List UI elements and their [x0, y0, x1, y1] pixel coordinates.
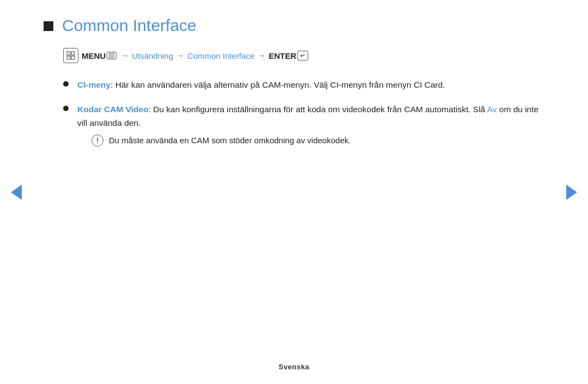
bullet-item-2: Kodar CAM Video: Du kan konfigurera inst… — [63, 103, 544, 148]
svg-rect-7 — [112, 56, 114, 58]
arrow-1: → — [121, 51, 128, 60]
footer-language: Svenska — [279, 363, 309, 371]
common-interface-link: Common Interface — [187, 51, 254, 60]
note-icon — [91, 135, 103, 147]
nav-right-button[interactable] — [566, 185, 577, 200]
bullet-text-2: Kodar CAM Video: Du kan konfigurera inst… — [77, 103, 544, 148]
svg-point-8 — [97, 142, 98, 143]
bullet-2-text: : Du kan konfigurera inställningarna för… — [149, 105, 487, 114]
enter-icon: ↵ — [297, 51, 308, 60]
svg-rect-6 — [109, 56, 112, 58]
svg-rect-4 — [109, 53, 112, 56]
note-text: Du måste använda en CAM som stöder omkod… — [109, 134, 351, 147]
enter-label: ENTER — [268, 51, 296, 60]
svg-rect-1 — [71, 52, 75, 55]
content-section: CI-meny: Här kan användaren välja altern… — [63, 78, 544, 147]
menu-grid-icon — [107, 52, 117, 59]
menu-path: MENU → Utsändning → Common Interface → E… — [63, 48, 544, 63]
svg-rect-2 — [67, 56, 70, 59]
bullet-item-1: CI-meny: Här kan användaren välja altern… — [63, 78, 544, 92]
nav-left-button[interactable] — [11, 185, 22, 200]
menu-icon — [63, 48, 78, 63]
page-container: Common Interface MENU → Utsändning → Com… — [0, 0, 588, 384]
page-title: Common Interface — [62, 16, 197, 35]
black-square-icon — [44, 21, 53, 31]
term-ci-meny: CI-meny — [77, 80, 111, 89]
svg-rect-3 — [71, 56, 75, 59]
term-kodar-cam: Kodar CAM Video — [77, 105, 149, 114]
bullet-dot-1 — [63, 81, 69, 87]
bullet-dot-2 — [63, 106, 69, 111]
bullet-1-text: : Här kan användaren välja alternativ på… — [111, 80, 445, 89]
arrow-3: → — [258, 51, 265, 60]
svg-rect-5 — [112, 53, 114, 56]
note-item: Du måste använda en CAM som stöder omkod… — [91, 134, 544, 147]
menu-label: MENU — [82, 51, 106, 60]
svg-rect-0 — [67, 52, 70, 55]
arrow-2: → — [176, 51, 184, 60]
header-section: Common Interface — [44, 16, 544, 35]
av-highlight: Av — [487, 105, 497, 114]
utsandning-link: Utsändning — [132, 51, 173, 60]
bullet-text-1: CI-meny: Här kan användaren välja altern… — [77, 78, 445, 92]
